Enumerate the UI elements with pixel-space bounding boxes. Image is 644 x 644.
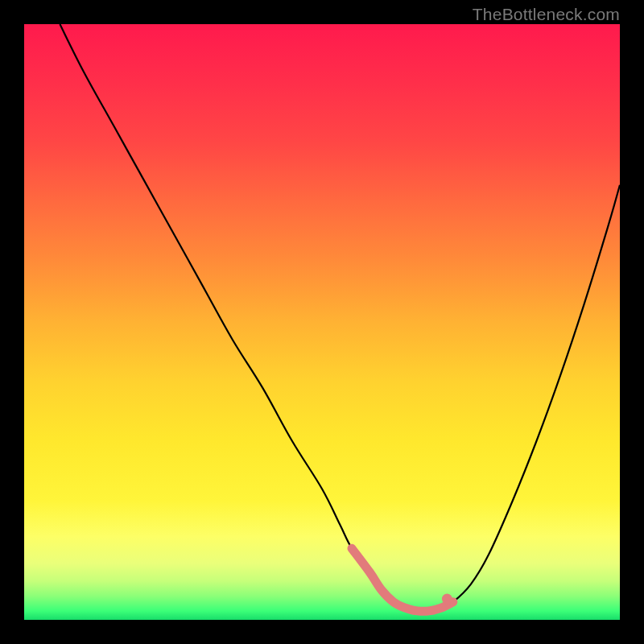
bottleneck-chart bbox=[24, 24, 620, 620]
attribution-text: TheBottleneck.com bbox=[473, 5, 620, 24]
plot-area bbox=[24, 24, 620, 620]
gradient-background bbox=[24, 24, 620, 620]
chart-frame: TheBottleneck.com bbox=[0, 0, 644, 644]
marker-dot bbox=[442, 594, 452, 605]
